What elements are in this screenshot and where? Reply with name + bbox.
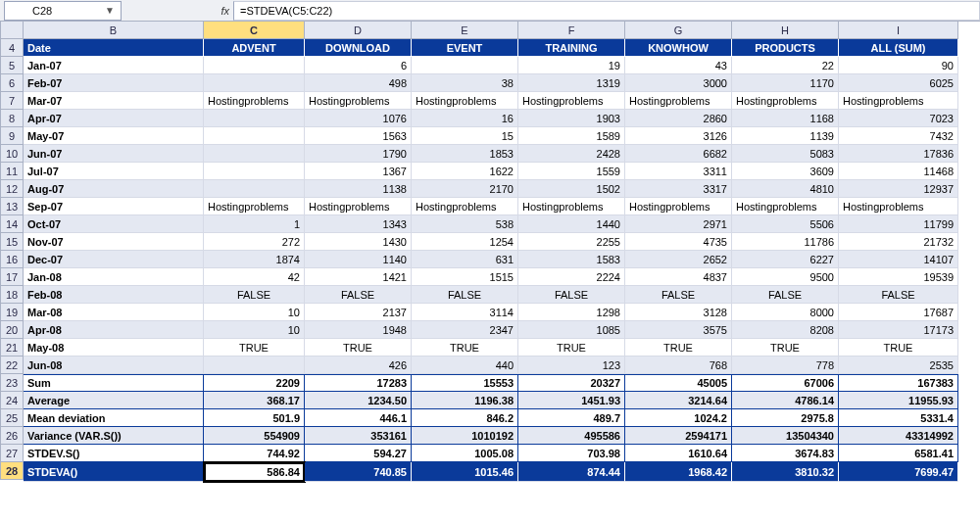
date-cell[interactable]: Feb-07 xyxy=(24,74,204,92)
summary-label[interactable]: Sum xyxy=(24,374,204,392)
summary-cell[interactable]: 43314992 xyxy=(839,427,958,445)
summary-cell[interactable]: 1610.64 xyxy=(625,445,732,462)
summary-cell[interactable]: 17283 xyxy=(305,374,412,392)
data-cell[interactable]: 4735 xyxy=(625,233,732,251)
row-header-10[interactable]: 10 xyxy=(0,145,24,163)
data-cell[interactable]: 19 xyxy=(518,57,625,74)
data-cell[interactable]: 631 xyxy=(412,251,518,268)
summary-cell[interactable]: 2975.8 xyxy=(732,409,839,427)
data-cell[interactable] xyxy=(204,57,305,74)
date-cell[interactable]: Apr-08 xyxy=(24,321,204,339)
row-header-4[interactable]: 4 xyxy=(0,39,24,57)
row-header-14[interactable]: 14 xyxy=(0,215,24,233)
data-cell[interactable]: 16 xyxy=(412,110,518,127)
summary-cell[interactable]: 11955.93 xyxy=(839,392,958,409)
summary-cell[interactable]: 2209 xyxy=(204,374,305,392)
data-cell[interactable]: 538 xyxy=(412,215,518,233)
summary-cell[interactable]: 594.27 xyxy=(305,445,412,462)
data-cell[interactable]: 1139 xyxy=(732,127,839,145)
date-cell[interactable]: Nov-07 xyxy=(24,233,204,251)
data-cell[interactable]: FALSE xyxy=(412,286,518,304)
row-header-18[interactable]: 18 xyxy=(0,286,24,304)
data-cell[interactable]: 8208 xyxy=(732,321,839,339)
data-cell[interactable]: 498 xyxy=(305,74,412,92)
data-cell[interactable]: Hostingproblems xyxy=(732,92,839,110)
data-cell[interactable]: 1168 xyxy=(732,110,839,127)
summary-cell[interactable]: 13504340 xyxy=(732,427,839,445)
data-cell[interactable]: 1790 xyxy=(305,145,412,163)
data-cell[interactable]: 2255 xyxy=(518,233,625,251)
date-cell[interactable]: Feb-08 xyxy=(24,286,204,304)
summary-cell[interactable]: 15553 xyxy=(412,374,518,392)
summary-cell[interactable]: 167383 xyxy=(839,374,958,392)
selected-row-label[interactable]: STDEVA() xyxy=(24,462,204,482)
data-cell[interactable] xyxy=(204,180,305,198)
data-cell[interactable]: 6025 xyxy=(839,74,958,92)
data-cell[interactable]: 17836 xyxy=(839,145,958,163)
data-cell[interactable]: TRUE xyxy=(839,339,958,357)
data-cell[interactable]: Hostingproblems xyxy=(412,198,518,215)
data-cell[interactable]: Hostingproblems xyxy=(305,198,412,215)
data-cell[interactable]: Hostingproblems xyxy=(204,92,305,110)
data-cell[interactable]: 1903 xyxy=(518,110,625,127)
data-cell[interactable]: 3311 xyxy=(625,163,732,180)
row-header-13[interactable]: 13 xyxy=(0,198,24,215)
row-header-17[interactable]: 17 xyxy=(0,268,24,286)
data-cell[interactable]: Hostingproblems xyxy=(518,198,625,215)
data-cell[interactable]: 4810 xyxy=(732,180,839,198)
data-cell[interactable]: 1440 xyxy=(518,215,625,233)
data-cell[interactable]: 19539 xyxy=(839,268,958,286)
summary-cell[interactable]: 4786.14 xyxy=(732,392,839,409)
row-header-20[interactable]: 20 xyxy=(0,321,24,339)
data-cell[interactable]: Hostingproblems xyxy=(518,92,625,110)
data-cell[interactable] xyxy=(204,127,305,145)
formula-input[interactable]: =STDEVA(C5:C22) xyxy=(233,1,980,21)
column-header-F[interactable]: F xyxy=(518,22,625,39)
data-cell[interactable] xyxy=(204,74,305,92)
date-cell[interactable]: Jan-08 xyxy=(24,268,204,286)
data-cell[interactable]: 1319 xyxy=(518,74,625,92)
summary-cell[interactable]: 1010192 xyxy=(412,427,518,445)
data-cell[interactable]: Hostingproblems xyxy=(839,198,958,215)
data-cell[interactable]: 2535 xyxy=(839,357,958,374)
data-cell[interactable]: Hostingproblems xyxy=(839,92,958,110)
date-cell[interactable]: Jun-08 xyxy=(24,357,204,374)
row-header-11[interactable]: 11 xyxy=(0,163,24,180)
data-cell[interactable]: 1583 xyxy=(518,251,625,268)
data-cell[interactable]: 9500 xyxy=(732,268,839,286)
data-cell[interactable]: FALSE xyxy=(204,286,305,304)
spreadsheet-grid[interactable]: BCDEFGHI4DateADVENTDOWNLOADEVENTTRAINING… xyxy=(0,22,980,482)
date-cell[interactable]: Aug-07 xyxy=(24,180,204,198)
data-cell[interactable]: 1515 xyxy=(412,268,518,286)
data-cell[interactable]: 7432 xyxy=(839,127,958,145)
data-cell[interactable] xyxy=(204,163,305,180)
data-cell[interactable]: 1 xyxy=(204,215,305,233)
data-cell[interactable]: 17173 xyxy=(839,321,958,339)
data-cell[interactable]: 768 xyxy=(625,357,732,374)
data-cell[interactable]: 2652 xyxy=(625,251,732,268)
data-cell[interactable]: Hostingproblems xyxy=(625,92,732,110)
selected-row-cell[interactable]: 1015.46 xyxy=(412,462,518,482)
summary-cell[interactable]: 489.7 xyxy=(518,409,625,427)
data-cell[interactable]: 123 xyxy=(518,357,625,374)
date-cell[interactable]: Dec-07 xyxy=(24,251,204,268)
row-header-8[interactable]: 8 xyxy=(0,110,24,127)
data-cell[interactable]: TRUE xyxy=(732,339,839,357)
active-cell[interactable]: 586.84 xyxy=(204,462,305,482)
summary-cell[interactable]: 2594171 xyxy=(625,427,732,445)
row-header-22[interactable]: 22 xyxy=(0,357,24,374)
data-cell[interactable]: 272 xyxy=(204,233,305,251)
data-cell[interactable]: 1076 xyxy=(305,110,412,127)
summary-cell[interactable]: 1024.2 xyxy=(625,409,732,427)
data-cell[interactable]: 2347 xyxy=(412,321,518,339)
summary-cell[interactable]: 1234.50 xyxy=(305,392,412,409)
data-cell[interactable]: TRUE xyxy=(412,339,518,357)
column-header-E[interactable]: E xyxy=(412,22,518,39)
data-cell[interactable]: 3317 xyxy=(625,180,732,198)
data-cell[interactable]: 10 xyxy=(204,304,305,321)
data-cell[interactable]: 8000 xyxy=(732,304,839,321)
column-header-B[interactable]: B xyxy=(24,22,204,39)
data-cell[interactable]: 2428 xyxy=(518,145,625,163)
date-cell[interactable]: May-08 xyxy=(24,339,204,357)
row-header-23[interactable]: 23 xyxy=(0,374,24,392)
